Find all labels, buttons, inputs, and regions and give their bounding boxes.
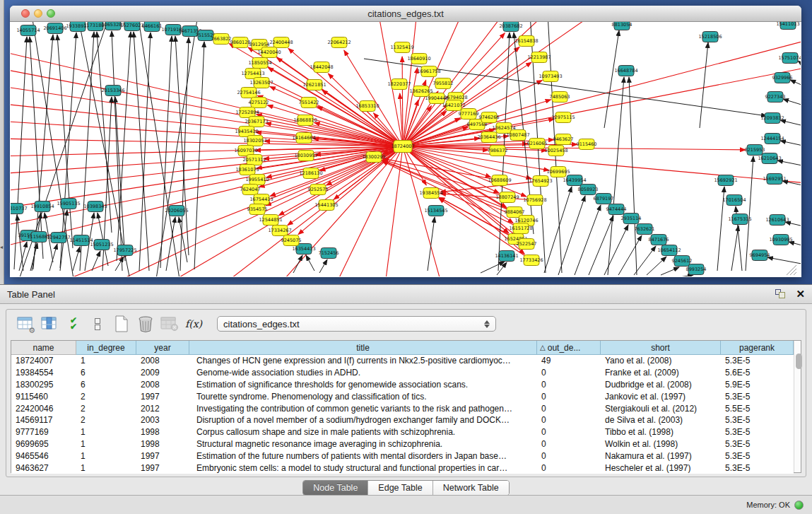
graph-node[interactable]: 9694954 — [750, 250, 770, 261]
vertical-scrollbar[interactable] — [794, 341, 801, 472]
table-row[interactable]: 946554611997Estimation of the future num… — [11, 450, 794, 462]
column-header-out_degree[interactable]: △out_de... — [537, 341, 601, 355]
graph-node[interactable]: 10756928 — [523, 195, 546, 206]
graph-node[interactable]: 18030957 — [294, 151, 317, 161]
graph-node[interactable]: 7955812 — [433, 78, 454, 89]
graph-node[interactable]: 17733426 — [519, 255, 543, 266]
graph-node[interactable]: 15692951 — [763, 174, 786, 185]
graph-node[interactable]: 7986372 — [488, 146, 508, 156]
graph-node[interactable]: 14164664 — [292, 133, 315, 144]
graph-node[interactable]: 8993254 — [686, 264, 707, 275]
graph-node[interactable]: 19384554 — [419, 188, 442, 199]
table-row[interactable]: 1830029562008Estimation of significance … — [11, 379, 794, 391]
graph-node[interactable]: 9354575 — [247, 204, 268, 215]
graph-node[interactable]: 12444154 — [760, 134, 784, 144]
graph-node[interactable]: 17016504 — [722, 195, 746, 206]
graph-node[interactable]: 20153346 — [101, 86, 124, 96]
graph-node[interactable]: 15751074 — [778, 53, 801, 64]
graph-node[interactable]: 9777169 — [459, 109, 479, 119]
graph-node[interactable]: 8813054 — [612, 22, 632, 30]
graph-node[interactable]: 16648784 — [614, 66, 637, 76]
close-icon[interactable]: ✕ — [796, 289, 805, 299]
graph-node[interactable]: 8215953 — [745, 145, 765, 156]
table-selector[interactable]: citations_edges.txt — [217, 316, 496, 332]
unselect-all-icon[interactable] — [87, 313, 108, 334]
table-row[interactable]: 969969511998Structural magnetic resonanc… — [11, 438, 794, 450]
graph-node[interactable]: 15411013 — [776, 22, 799, 30]
graph-node[interactable]: 12610643 — [765, 215, 789, 226]
left-panel-splitter[interactable]: ◂ — [0, 0, 4, 284]
graph-node[interactable]: 16754413 — [249, 194, 273, 205]
graph-node[interactable]: 18442048 — [310, 62, 333, 73]
graph-node[interactable]: 10025458 — [544, 146, 567, 156]
graph-node[interactable]: 9329966 — [772, 73, 793, 83]
graph-node[interactable]: 18724007 — [391, 141, 414, 153]
table-row[interactable]: 2242004622012Investigating the contribut… — [11, 402, 794, 414]
table-row[interactable]: 977716911998Corpus callosum shape and si… — [11, 426, 794, 438]
graph-node[interactable]: 9252575 — [308, 185, 329, 195]
table-settings-icon[interactable]: ⚙ — [15, 313, 36, 334]
graph-node[interactable]: 10699695 — [546, 167, 570, 177]
graph-node[interactable]: 9227343 — [765, 92, 786, 103]
column-header-year[interactable]: year — [136, 341, 189, 355]
graph-node[interactable]: 17654923 — [529, 176, 552, 187]
column-header-name[interactable]: name — [11, 341, 76, 355]
column-header-pagerank[interactable]: pagerank — [721, 341, 794, 355]
graph-node[interactable]: 10930995 — [769, 235, 792, 245]
tab-network-table[interactable]: Network Table — [433, 481, 509, 495]
graph-node[interactable]: 2935114 — [621, 214, 642, 224]
graph-node[interactable]: 15051235 — [90, 240, 113, 250]
graph-node[interactable]: 22754146 — [237, 88, 260, 98]
select-all-icon[interactable]: ✔✔ — [63, 313, 84, 334]
graph-node[interactable]: 18807249 — [495, 192, 519, 203]
new-file-icon[interactable] — [111, 313, 132, 334]
graph-node[interactable]: 20206055 — [165, 206, 188, 216]
graph-node[interactable]: 18361075 — [235, 165, 259, 175]
graph-node[interactable]: 9860128 — [230, 37, 251, 48]
table-row[interactable]: 946362711997Embryonic stem cells: a mode… — [11, 462, 794, 474]
table-row[interactable]: 1938455462009Genome-wide association stu… — [11, 367, 794, 379]
graph-node[interactable]: 20691406 — [43, 23, 66, 34]
graph-node[interactable]: 14055714 — [16, 25, 40, 36]
graph-node[interactable]: 2522547 — [517, 239, 537, 250]
graph-node[interactable]: 16961758 — [417, 66, 440, 77]
graph-node[interactable]: 12093832 — [760, 113, 784, 124]
graph-node[interactable]: 10688609 — [488, 175, 511, 186]
graph-node[interactable]: 20387682 — [499, 22, 522, 32]
graph-node[interactable]: 10973493 — [539, 71, 562, 82]
graph-node[interactable]: 7485063 — [550, 92, 570, 103]
table-row[interactable]: 1872400712008Changes of HCN gene express… — [11, 355, 794, 367]
float-window-icon[interactable] — [775, 289, 786, 299]
delete-table-disabled-icon[interactable] — [159, 313, 180, 334]
graph-node[interactable]: 8058923 — [578, 185, 599, 195]
splitter-collapse-icon[interactable]: ◂ — [0, 245, 4, 250]
column-header-in_degree[interactable]: in_degree — [76, 341, 136, 355]
graph-node[interactable]: 8471676 — [649, 235, 669, 245]
graph-node[interactable]: 16868810 — [293, 115, 317, 126]
graph-node[interactable]: 15218506 — [698, 32, 722, 42]
graph-node[interactable]: 22400448 — [269, 37, 293, 48]
graph-node[interactable]: 12621851 — [302, 80, 326, 90]
graph-node[interactable]: 19955410 — [245, 175, 269, 185]
graph-node[interactable]: 10654112 — [657, 245, 681, 256]
graph-node[interactable]: 11325419 — [390, 42, 413, 53]
function-builder-icon[interactable]: f(x) — [183, 313, 204, 334]
graph-node[interactable]: 9115460 — [577, 139, 597, 150]
graph-node[interactable]: 9746266 — [479, 112, 500, 123]
table-row[interactable]: 911546021997Tourette syndrome. Phenomeno… — [11, 390, 794, 402]
graph-node[interactable]: 7624047 — [240, 185, 261, 195]
network-canvas[interactable]: 1405571420691406193389131173180010653287… — [11, 22, 801, 276]
tab-node-table[interactable]: Node Table — [303, 481, 368, 495]
graph-node[interactable]: 6879197 — [594, 194, 614, 204]
graph-node[interactable]: 7632621 — [635, 224, 655, 235]
column-header-title[interactable]: title — [189, 341, 537, 355]
graph-node[interactable]: 9245075 — [281, 235, 302, 246]
graph-node[interactable]: 9463627 — [553, 134, 574, 145]
scrollbar-thumb[interactable] — [796, 354, 802, 369]
graph-node[interactable]: 22064212 — [327, 37, 351, 48]
graph-node[interactable]: 12213987 — [527, 52, 551, 63]
graph-node[interactable]: 12544851 — [259, 215, 282, 226]
memory-status-icon[interactable] — [794, 501, 804, 510]
graph-node[interactable]: 10398343 — [83, 201, 107, 212]
network-window-titlebar[interactable]: citations_edges.txt — [10, 6, 801, 22]
